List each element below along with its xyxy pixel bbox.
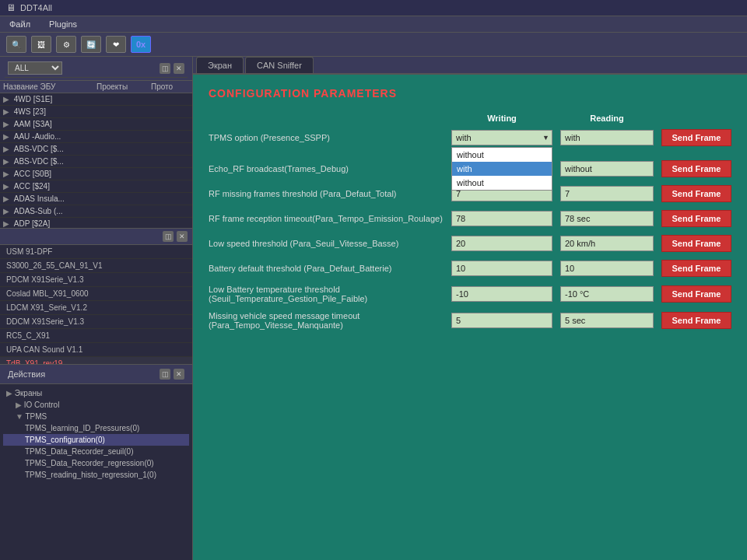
module-item[interactable]: S3000_26_55_CAN_91_V1 bbox=[0, 259, 192, 273]
send-frame-low-speed[interactable]: Send Frame bbox=[661, 235, 731, 252]
tab-can-sniffer[interactable]: CAN Sniffer bbox=[245, 57, 314, 73]
module-item[interactable]: DDCM X91Serie_V1.3 bbox=[0, 315, 192, 329]
battery-input[interactable] bbox=[451, 261, 552, 276]
dd-with-selected[interactable]: with bbox=[452, 162, 552, 176]
rf-missing-reading-value: 7 bbox=[560, 186, 654, 201]
right-panel: Экран CAN Sniffer CONFIGURATION PARAMETE… bbox=[193, 57, 747, 560]
actions-collapse-icon[interactable]: ◫ bbox=[160, 369, 170, 380]
param-writing-rf-frame bbox=[451, 211, 552, 226]
tree-io-control[interactable]: ▶ IO Control bbox=[3, 399, 189, 411]
modules-collapse-icon[interactable]: ◫ bbox=[163, 231, 174, 242]
low-speed-input[interactable] bbox=[451, 236, 552, 251]
tree-tpms-data-regression[interactable]: TPMS_Data_Recorder_regression(0) bbox=[3, 457, 189, 469]
dd-without-top[interactable]: without bbox=[452, 148, 552, 162]
modules-header-icons: ◫ ✕ bbox=[163, 231, 188, 242]
actions-label: Действия bbox=[8, 369, 45, 379]
missing-speed-input[interactable] bbox=[451, 313, 552, 328]
ecu-col-proto: Прото bbox=[151, 82, 182, 91]
col-reading-header: Reading bbox=[560, 114, 654, 123]
ecu-panel: ALL ◫ ✕ Название ЭБУ Проекты Прото ▶ 4WD… bbox=[0, 57, 192, 228]
toolbar-gear-btn[interactable]: ⚙ bbox=[56, 36, 76, 53]
select-wrapper-tpms: with without without with without bbox=[451, 130, 552, 145]
toolbar-hex-btn[interactable]: 0x bbox=[131, 36, 151, 53]
toolbar-search-btn[interactable]: 🔍 bbox=[6, 36, 26, 53]
param-reading-echo-rf: without bbox=[560, 161, 654, 177]
modules-panel-header: ◫ ✕ bbox=[0, 229, 192, 245]
param-row-tpms-option: TPMS option (Presence_SSPP) with without… bbox=[209, 129, 731, 146]
ecu-item[interactable]: ▶ ABS-VDC [$... bbox=[0, 156, 192, 168]
ecu-item[interactable]: ▶ AAM [S3A] bbox=[0, 118, 192, 131]
param-action-low-speed: Send Frame bbox=[661, 235, 731, 252]
rf-frame-input[interactable] bbox=[451, 211, 552, 226]
tree-screens[interactable]: ▶ Экраны bbox=[3, 387, 189, 399]
ecu-item[interactable]: ▶ ACC [S0B] bbox=[0, 168, 192, 180]
ecu-panel-close-icon[interactable]: ✕ bbox=[174, 63, 184, 74]
battery-reading-value: 10 bbox=[560, 261, 654, 276]
menu-file[interactable]: Файл bbox=[6, 18, 33, 30]
param-action-missing-speed: Send Frame bbox=[661, 312, 731, 329]
send-frame-echo-rf[interactable]: Send Frame bbox=[661, 160, 731, 177]
module-item[interactable]: RC5_C_X91 bbox=[0, 329, 192, 343]
toolbar-heart-btn[interactable]: ❤ bbox=[106, 36, 126, 53]
actions-close-icon[interactable]: ✕ bbox=[174, 369, 184, 380]
toolbar-image-btn[interactable]: 🖼 bbox=[31, 36, 51, 53]
ecu-item[interactable]: ▶ ADAS-Sub (... bbox=[0, 205, 192, 218]
send-frame-battery[interactable]: Send Frame bbox=[661, 260, 731, 277]
send-frame-low-battery-temp[interactable]: Send Frame bbox=[661, 285, 731, 303]
app-title: DDT4All bbox=[20, 3, 52, 12]
param-row-low-speed: Low speed threshold (Para_Seuil_Vitesse_… bbox=[209, 235, 731, 252]
ecu-item[interactable]: ▶ 4WD [S1E] bbox=[0, 93, 192, 106]
param-writing-low-speed bbox=[451, 236, 552, 251]
ecu-item[interactable]: ▶ ABS-VDC [$... bbox=[0, 143, 192, 156]
tree-tpms-reading-histo[interactable]: TPMS_reading_histo_regression_1(0) bbox=[3, 469, 189, 481]
ecu-item[interactable]: ▶ ADAS Insula... bbox=[0, 193, 192, 205]
param-action-tpms-option: Send Frame bbox=[661, 129, 731, 146]
module-item[interactable]: Coslad MBL_X91_0600 bbox=[0, 287, 192, 301]
param-row-battery: Battery default threshold (Para_Defaut_B… bbox=[209, 260, 731, 277]
low-battery-temp-input[interactable] bbox=[451, 286, 552, 302]
ecu-item[interactable]: ▶ ADP [$2A] bbox=[0, 218, 192, 228]
param-label-missing-speed: Missing vehicle speed message timeout (P… bbox=[209, 311, 451, 330]
param-action-low-battery-temp: Send Frame bbox=[661, 285, 731, 303]
send-frame-rf-frame[interactable]: Send Frame bbox=[661, 210, 731, 227]
modules-close-icon[interactable]: ✕ bbox=[177, 231, 188, 242]
send-frame-tpms-option[interactable]: Send Frame bbox=[661, 129, 731, 146]
menu-plugins[interactable]: Plugins bbox=[46, 18, 80, 30]
tab-ecran[interactable]: Экран bbox=[196, 57, 244, 73]
app-icon: 🖥 bbox=[6, 2, 16, 13]
tree-tpms-config[interactable]: TPMS_configuration(0) bbox=[3, 434, 189, 446]
module-tdb-x91[interactable]: TdB_X91_rev19 bbox=[0, 357, 192, 364]
tpms-option-select[interactable]: with without bbox=[451, 130, 552, 145]
config-area: CONFIGURATION PARAMETERS Writing Reading… bbox=[193, 75, 747, 560]
param-reading-rf-frame: 78 sec bbox=[560, 211, 654, 226]
tree-tpms[interactable]: ▼ TPMS bbox=[3, 411, 189, 422]
param-writing-missing-speed bbox=[451, 313, 552, 328]
toolbar-refresh-btn[interactable]: 🔄 bbox=[81, 36, 101, 53]
actions-tree: ▶ Экраны ▶ IO Control ▼ TPMS TPMS_learni… bbox=[0, 384, 192, 560]
tree-tpms-data-seuil[interactable]: TPMS_Data_Recorder_seuil(0) bbox=[3, 446, 189, 457]
dd-without-bottom[interactable]: without bbox=[452, 176, 552, 190]
ecu-panel-collapse-icon[interactable]: ◫ bbox=[160, 63, 170, 74]
ecu-col-projects: Проекты bbox=[96, 82, 151, 91]
ecu-item[interactable]: ▶ AAU -Audio... bbox=[0, 131, 192, 143]
param-reading-low-speed: 20 km/h bbox=[560, 236, 654, 251]
param-row-low-battery-temp: Low Battery temperature threshold (Seuil… bbox=[209, 285, 731, 303]
param-action-echo-rf: Send Frame bbox=[661, 160, 731, 177]
module-item[interactable]: USM 91-DPF bbox=[0, 245, 192, 259]
send-frame-rf-missing[interactable]: Send Frame bbox=[661, 185, 731, 202]
param-row-rf-frame: RF frame reception timeout(Para_Tempo_Em… bbox=[209, 210, 731, 227]
ecu-item[interactable]: ▶ ACC [$24] bbox=[0, 180, 192, 193]
ecu-item[interactable]: ▶ 4WS [23] bbox=[0, 106, 192, 118]
tree-tpms-learning[interactable]: TPMS_learning_ID_Pressures(0) bbox=[3, 422, 189, 434]
module-item[interactable]: PDCM X91Serie_V1.3 bbox=[0, 273, 192, 287]
actions-panel-header: Действия ◫ ✕ bbox=[0, 365, 192, 384]
param-reading-battery: 10 bbox=[560, 261, 654, 276]
send-frame-missing-speed[interactable]: Send Frame bbox=[661, 312, 731, 329]
missing-speed-reading-value: 5 sec bbox=[560, 313, 654, 328]
module-item[interactable]: LDCM X91_Serie_V1.2 bbox=[0, 301, 192, 315]
ecu-filter-select[interactable]: ALL bbox=[8, 61, 62, 75]
module-upa-can-sound[interactable]: UPA CAN Sound V1.1 bbox=[0, 343, 192, 357]
param-label-echo-rf: Echo_RF broadcast(Trames_Debug) bbox=[209, 164, 451, 173]
param-label-battery: Battery default threshold (Para_Defaut_B… bbox=[209, 264, 451, 273]
param-label-low-speed: Low speed threshold (Para_Seuil_Vitesse_… bbox=[209, 239, 451, 248]
